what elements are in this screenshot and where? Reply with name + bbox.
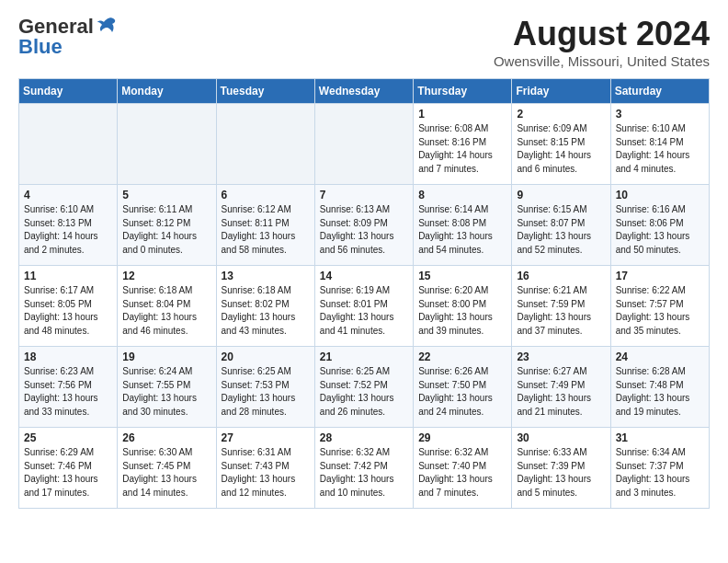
- day-number: 24: [616, 350, 704, 363]
- day-number: 4: [24, 189, 112, 201]
- day-number: 23: [517, 350, 605, 363]
- logo-bird-icon: [97, 17, 117, 35]
- calendar-week-4: 18Sunrise: 6:23 AM Sunset: 7:56 PM Dayli…: [19, 347, 710, 428]
- day-info: Sunrise: 6:28 AM Sunset: 7:48 PM Dayligh…: [616, 365, 704, 419]
- day-info: Sunrise: 6:33 AM Sunset: 7:39 PM Dayligh…: [517, 446, 605, 500]
- calendar-cell: 31Sunrise: 6:34 AM Sunset: 7:37 PM Dayli…: [610, 428, 709, 509]
- day-number: 22: [418, 350, 506, 363]
- column-header-tuesday: Tuesday: [216, 79, 314, 104]
- calendar-header-row: SundayMondayTuesdayWednesdayThursdayFrid…: [19, 79, 710, 104]
- day-number: 16: [517, 270, 605, 282]
- day-info: Sunrise: 6:30 AM Sunset: 7:45 PM Dayligh…: [122, 446, 210, 500]
- column-header-monday: Monday: [118, 79, 216, 104]
- day-number: 13: [222, 270, 310, 282]
- day-info: Sunrise: 6:18 AM Sunset: 8:04 PM Dayligh…: [122, 284, 210, 338]
- calendar-cell: [118, 104, 216, 185]
- day-number: 27: [222, 431, 310, 444]
- calendar-cell: 24Sunrise: 6:28 AM Sunset: 7:48 PM Dayli…: [610, 347, 709, 428]
- day-info: Sunrise: 6:21 AM Sunset: 7:59 PM Dayligh…: [517, 284, 605, 338]
- day-number: 30: [517, 431, 605, 444]
- day-number: 31: [616, 431, 704, 444]
- day-info: Sunrise: 6:14 AM Sunset: 8:08 PM Dayligh…: [418, 203, 506, 257]
- calendar-cell: 7Sunrise: 6:13 AM Sunset: 8:09 PM Daylig…: [314, 185, 413, 266]
- calendar-cell: 11Sunrise: 6:17 AM Sunset: 8:05 PM Dayli…: [19, 266, 118, 347]
- day-info: Sunrise: 6:17 AM Sunset: 8:05 PM Dayligh…: [24, 284, 112, 338]
- day-info: Sunrise: 6:15 AM Sunset: 8:07 PM Dayligh…: [517, 203, 605, 257]
- calendar-cell: 8Sunrise: 6:14 AM Sunset: 8:08 PM Daylig…: [414, 185, 512, 266]
- day-info: Sunrise: 6:32 AM Sunset: 7:42 PM Dayligh…: [320, 446, 408, 500]
- calendar-table: SundayMondayTuesdayWednesdayThursdayFrid…: [18, 78, 710, 509]
- calendar-cell: 19Sunrise: 6:24 AM Sunset: 7:55 PM Dayli…: [118, 347, 216, 428]
- calendar-body: 1Sunrise: 6:08 AM Sunset: 8:16 PM Daylig…: [19, 104, 710, 509]
- day-info: Sunrise: 6:09 AM Sunset: 8:15 PM Dayligh…: [517, 122, 605, 176]
- column-header-wednesday: Wednesday: [314, 79, 413, 104]
- day-number: 7: [320, 189, 408, 201]
- calendar-cell: 10Sunrise: 6:16 AM Sunset: 8:06 PM Dayli…: [610, 185, 709, 266]
- calendar-cell: 1Sunrise: 6:08 AM Sunset: 8:16 PM Daylig…: [414, 104, 512, 185]
- calendar-cell: 21Sunrise: 6:25 AM Sunset: 7:52 PM Dayli…: [314, 347, 413, 428]
- day-info: Sunrise: 6:12 AM Sunset: 8:11 PM Dayligh…: [222, 203, 310, 257]
- month-title: August 2024: [494, 15, 710, 53]
- day-number: 14: [320, 270, 408, 282]
- calendar-cell: 22Sunrise: 6:26 AM Sunset: 7:50 PM Dayli…: [414, 347, 512, 428]
- day-number: 12: [122, 270, 210, 282]
- column-header-friday: Friday: [512, 79, 610, 104]
- day-number: 9: [517, 189, 605, 201]
- day-info: Sunrise: 6:34 AM Sunset: 7:37 PM Dayligh…: [616, 446, 704, 500]
- column-header-saturday: Saturday: [610, 79, 709, 104]
- day-info: Sunrise: 6:27 AM Sunset: 7:49 PM Dayligh…: [517, 365, 605, 419]
- column-header-sunday: Sunday: [19, 79, 118, 104]
- day-info: Sunrise: 6:31 AM Sunset: 7:43 PM Dayligh…: [222, 446, 310, 500]
- day-info: Sunrise: 6:24 AM Sunset: 7:55 PM Dayligh…: [122, 365, 210, 419]
- calendar-cell: 4Sunrise: 6:10 AM Sunset: 8:13 PM Daylig…: [19, 185, 118, 266]
- day-info: Sunrise: 6:25 AM Sunset: 7:53 PM Dayligh…: [222, 365, 310, 419]
- day-info: Sunrise: 6:23 AM Sunset: 7:56 PM Dayligh…: [24, 365, 112, 419]
- calendar-cell: 27Sunrise: 6:31 AM Sunset: 7:43 PM Dayli…: [216, 428, 314, 509]
- day-number: 20: [222, 350, 310, 363]
- day-info: Sunrise: 6:16 AM Sunset: 8:06 PM Dayligh…: [616, 203, 704, 257]
- calendar-cell: 17Sunrise: 6:22 AM Sunset: 7:57 PM Dayli…: [610, 266, 709, 347]
- calendar-cell: 20Sunrise: 6:25 AM Sunset: 7:53 PM Dayli…: [216, 347, 314, 428]
- calendar-cell: 14Sunrise: 6:19 AM Sunset: 8:01 PM Dayli…: [314, 266, 413, 347]
- calendar-cell: 25Sunrise: 6:29 AM Sunset: 7:46 PM Dayli…: [19, 428, 118, 509]
- calendar-cell: [216, 104, 314, 185]
- calendar-cell: 13Sunrise: 6:18 AM Sunset: 8:02 PM Dayli…: [216, 266, 314, 347]
- day-number: 19: [122, 350, 210, 363]
- calendar-cell: 28Sunrise: 6:32 AM Sunset: 7:42 PM Dayli…: [314, 428, 413, 509]
- calendar-cell: [19, 104, 118, 185]
- day-number: 21: [320, 350, 408, 363]
- calendar-cell: 2Sunrise: 6:09 AM Sunset: 8:15 PM Daylig…: [512, 104, 610, 185]
- day-number: 2: [517, 108, 605, 121]
- calendar-cell: 29Sunrise: 6:32 AM Sunset: 7:40 PM Dayli…: [414, 428, 512, 509]
- calendar-cell: 30Sunrise: 6:33 AM Sunset: 7:39 PM Dayli…: [512, 428, 610, 509]
- day-info: Sunrise: 6:08 AM Sunset: 8:16 PM Dayligh…: [418, 122, 506, 176]
- calendar-week-5: 25Sunrise: 6:29 AM Sunset: 7:46 PM Dayli…: [19, 428, 710, 509]
- calendar-cell: 6Sunrise: 6:12 AM Sunset: 8:11 PM Daylig…: [216, 185, 314, 266]
- day-number: 26: [122, 431, 210, 444]
- day-info: Sunrise: 6:10 AM Sunset: 8:13 PM Dayligh…: [24, 203, 112, 257]
- day-number: 17: [616, 270, 704, 282]
- day-info: Sunrise: 6:10 AM Sunset: 8:14 PM Dayligh…: [616, 122, 704, 176]
- day-number: 28: [320, 431, 408, 444]
- day-info: Sunrise: 6:29 AM Sunset: 7:46 PM Dayligh…: [24, 446, 112, 500]
- day-info: Sunrise: 6:18 AM Sunset: 8:02 PM Dayligh…: [222, 284, 310, 338]
- calendar-week-2: 4Sunrise: 6:10 AM Sunset: 8:13 PM Daylig…: [19, 185, 710, 266]
- calendar-week-3: 11Sunrise: 6:17 AM Sunset: 8:05 PM Dayli…: [19, 266, 710, 347]
- day-info: Sunrise: 6:19 AM Sunset: 8:01 PM Dayligh…: [320, 284, 408, 338]
- calendar-cell: 9Sunrise: 6:15 AM Sunset: 8:07 PM Daylig…: [512, 185, 610, 266]
- day-info: Sunrise: 6:11 AM Sunset: 8:12 PM Dayligh…: [122, 203, 210, 257]
- logo-blue-text: Blue: [18, 35, 63, 59]
- day-number: 11: [24, 270, 112, 282]
- day-number: 15: [418, 270, 506, 282]
- day-number: 6: [222, 189, 310, 201]
- day-info: Sunrise: 6:26 AM Sunset: 7:50 PM Dayligh…: [418, 365, 506, 419]
- page-header: General Blue August 2024 Owensville, Mis…: [18, 15, 710, 69]
- day-number: 5: [122, 189, 210, 201]
- day-number: 10: [616, 189, 704, 201]
- day-number: 29: [418, 431, 506, 444]
- day-info: Sunrise: 6:22 AM Sunset: 7:57 PM Dayligh…: [616, 284, 704, 338]
- day-number: 25: [24, 431, 112, 444]
- day-info: Sunrise: 6:32 AM Sunset: 7:40 PM Dayligh…: [418, 446, 506, 500]
- location-text: Owensville, Missouri, United States: [494, 53, 710, 69]
- title-block: August 2024 Owensville, Missouri, United…: [494, 15, 710, 69]
